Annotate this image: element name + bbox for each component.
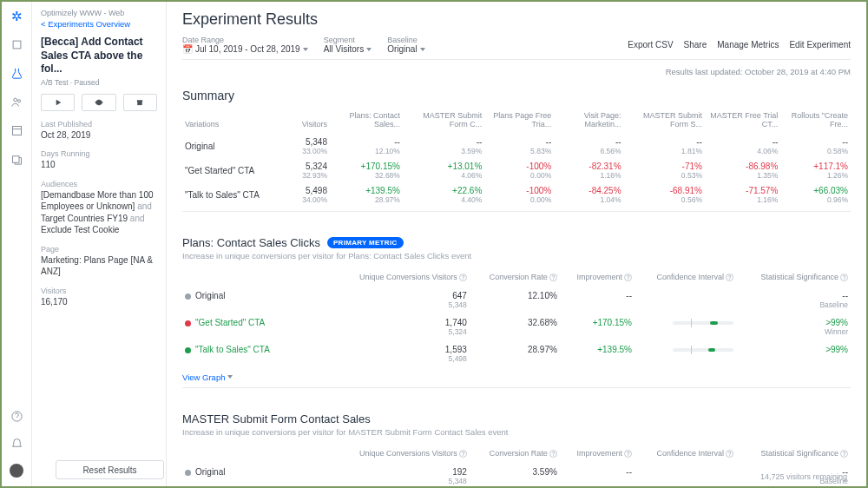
primary-metric-badge: PRIMARY METRIC bbox=[327, 237, 404, 248]
metric-table: Unique Conversions Visitors?Conversion R… bbox=[182, 269, 851, 366]
svg-rect-4 bbox=[12, 156, 19, 163]
metric-name: MASTER Submit Form Contact Sales bbox=[182, 412, 371, 425]
visitors-label: Visitors bbox=[41, 287, 157, 295]
svg-rect-7 bbox=[137, 100, 142, 102]
table-row[interactable]: "Get Started" CTA5,32432.93%+170.15%32.6… bbox=[182, 157, 851, 181]
visitors-value: 16,170 bbox=[41, 296, 157, 308]
days-running-label: Days Running bbox=[41, 149, 157, 158]
avatar[interactable] bbox=[10, 464, 23, 478]
nav-results-icon[interactable] bbox=[10, 67, 23, 82]
date-range-picker[interactable]: Date Range 📅 Jul 10, 2019 - Oct 28, 2019 bbox=[182, 36, 308, 54]
svg-rect-3 bbox=[12, 127, 21, 135]
days-running-value: 110 bbox=[41, 159, 157, 171]
help-icon[interactable] bbox=[10, 410, 23, 425]
last-published-value: Oct 28, 2019 bbox=[41, 129, 157, 142]
table-row[interactable]: "Talk to Sales" CTA1,5935,49828.97%+139.… bbox=[182, 339, 851, 366]
metric-description: Increase in unique conversions per visit… bbox=[182, 251, 851, 260]
page-value: Marketing: Plans Page [NA & ANZ] bbox=[41, 254, 157, 278]
nav-pages-icon[interactable] bbox=[10, 124, 23, 139]
svg-point-1 bbox=[13, 98, 16, 102]
breadcrumb: Optimizely WWW - Web bbox=[41, 9, 157, 17]
toolbar: Date Range 📅 Jul 10, 2019 - Oct 28, 2019… bbox=[182, 36, 851, 60]
play-button[interactable] bbox=[41, 94, 75, 111]
svg-point-2 bbox=[17, 100, 20, 102]
nav-settings-icon[interactable] bbox=[10, 153, 23, 168]
last-updated: Results last updated: October 28, 2019 a… bbox=[182, 67, 851, 76]
chevron-down-icon bbox=[366, 48, 372, 51]
status-line: A/B Test · Paused bbox=[41, 78, 157, 87]
summary-table: VariationsVisitorsPlans: Contact Sales..… bbox=[182, 108, 851, 206]
svg-point-6 bbox=[98, 102, 100, 103]
table-row[interactable]: Original1925,3483.59%----Baseline bbox=[182, 461, 851, 486]
share-button[interactable]: Share bbox=[684, 40, 707, 49]
back-link[interactable]: < Experiments Overview bbox=[41, 19, 157, 29]
metric-description: Increase in unique conversions per visit… bbox=[182, 427, 851, 437]
view-graph-button[interactable]: View Graph bbox=[182, 373, 233, 382]
baseline-picker[interactable]: Baseline Original bbox=[387, 36, 424, 54]
reset-results-button[interactable]: Reset Results bbox=[56, 460, 164, 479]
preview-button[interactable] bbox=[82, 94, 115, 111]
archive-button[interactable] bbox=[123, 94, 157, 111]
experiment-title: [Becca] Add Contact Sales CTA above the … bbox=[41, 36, 157, 76]
chevron-down-icon bbox=[303, 48, 308, 51]
metric-table: Unique Conversions Visitors?Conversion R… bbox=[182, 445, 851, 486]
svg-rect-8 bbox=[138, 102, 142, 105]
svg-rect-0 bbox=[13, 41, 21, 49]
table-row[interactable]: Original6475,34812.10%----Baseline bbox=[182, 285, 851, 312]
manage-metrics-button[interactable]: Manage Metrics bbox=[717, 40, 779, 49]
footer-note: 14,725 visitors remaining bbox=[760, 472, 847, 481]
table-row[interactable]: Original5,34833.00%--12.10%--3.59%--5.83… bbox=[182, 133, 851, 157]
table-row[interactable]: "Talk to Sales" CTA5,49834.00%+139.5%28.… bbox=[182, 181, 851, 206]
page-title: Experiment Results bbox=[182, 10, 851, 29]
notifications-icon[interactable] bbox=[10, 437, 23, 452]
nav-rail: ✲ bbox=[2, 2, 32, 486]
chevron-down-icon bbox=[227, 375, 233, 379]
metric-name: Plans: Contact Sales Clicks bbox=[182, 236, 320, 249]
side-panel: Optimizely WWW - Web < Experiments Overv… bbox=[32, 2, 167, 486]
summary-title: Summary bbox=[182, 89, 851, 102]
edit-experiment-button[interactable]: Edit Experiment bbox=[789, 40, 851, 49]
table-row[interactable]: "Get Started" CTA1,7405,32432.68%+170.15… bbox=[182, 312, 851, 339]
export-csv-button[interactable]: Export CSV bbox=[628, 40, 673, 49]
segment-picker[interactable]: Segment All Visitors bbox=[324, 36, 372, 54]
nav-experiments-icon[interactable] bbox=[10, 38, 23, 53]
audiences-value: [Demandbase More than 100 Employees or U… bbox=[41, 189, 157, 236]
logo-icon[interactable]: ✲ bbox=[11, 9, 23, 24]
page-label: Page bbox=[41, 245, 157, 254]
main-content: Experiment Results Date Range 📅 Jul 10, … bbox=[167, 2, 866, 486]
chevron-down-icon bbox=[420, 48, 425, 51]
nav-audiences-icon[interactable] bbox=[10, 96, 23, 110]
last-published-label: Last Published bbox=[41, 120, 157, 129]
audiences-label: Audiences bbox=[41, 180, 157, 188]
